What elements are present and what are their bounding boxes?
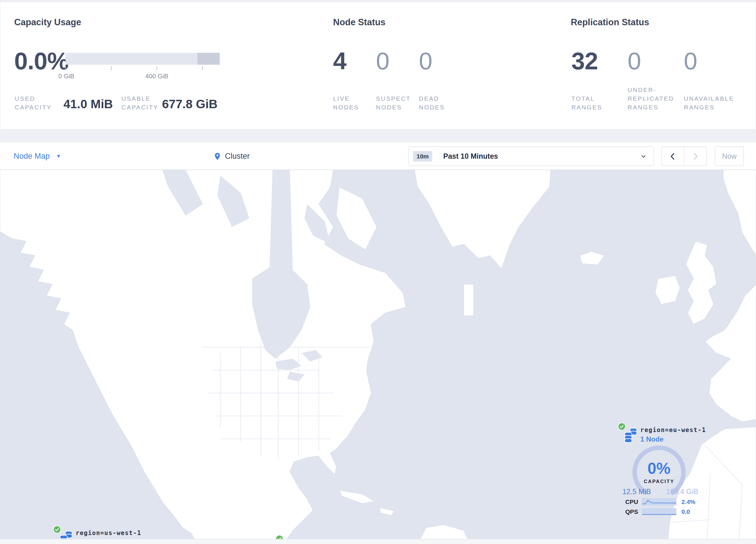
node-card-us-east-1[interactable]: region=us-east-1 2 Nodes 0% CAPACITY 16.… bbox=[275, 535, 359, 539]
live-nodes-count: 4 bbox=[333, 48, 346, 74]
qps-label: QPS bbox=[625, 508, 642, 515]
map-pin-icon bbox=[213, 151, 221, 162]
node-map[interactable]: region=us-west-1 1 Node 0% CAPACITY 12.2… bbox=[0, 170, 756, 539]
capacity-percent: 0% bbox=[631, 459, 687, 478]
capacity-usage-title: Capacity Usage bbox=[14, 17, 81, 28]
hudson-channel bbox=[270, 170, 293, 270]
under-replicated-count: 0 bbox=[628, 48, 641, 74]
capacity-total: 169.4 GiB bbox=[666, 487, 698, 496]
node-card-eu-west-1[interactable]: region=eu-west-1 1 Node 0% CAPACITY 12.5… bbox=[618, 423, 702, 519]
suspect-nodes-label: SUSPECT NODES bbox=[376, 94, 411, 112]
time-step-back-button[interactable] bbox=[662, 147, 684, 166]
capacity-used: 12.5 MiB bbox=[622, 487, 651, 496]
capacity-axis-label-0: 0 GiB bbox=[58, 72, 74, 80]
healthy-check-icon bbox=[275, 535, 283, 539]
node-card-us-west-1[interactable]: region=us-west-1 1 Node 0% CAPACITY 12.2… bbox=[53, 525, 137, 539]
cpu-sparkline bbox=[642, 498, 676, 505]
capacity-axis-tick bbox=[157, 66, 157, 70]
database-icon bbox=[624, 428, 637, 443]
capacity-label: CAPACITY bbox=[631, 479, 687, 485]
chevron-right-icon bbox=[691, 152, 699, 161]
unavailable-count: 0 bbox=[684, 48, 697, 74]
view-selector-dropdown[interactable]: Node Map ▼ bbox=[14, 142, 61, 170]
land-islet bbox=[464, 284, 474, 316]
time-step-forward-button[interactable] bbox=[684, 147, 706, 166]
chevron-left-icon bbox=[669, 152, 677, 161]
time-window-label: Past 10 Minutes bbox=[443, 152, 498, 160]
capacity-used-percent: 0.0% bbox=[14, 48, 68, 74]
total-ranges-count: 32 bbox=[571, 48, 598, 74]
suspect-nodes-count: 0 bbox=[376, 48, 389, 74]
breadcrumb[interactable]: Cluster bbox=[213, 142, 250, 170]
cluster-summary-panel: Capacity Usage 0.0% 0 GiB 400 GiB USED C… bbox=[0, 2, 756, 129]
dead-nodes-label: DEAD NODES bbox=[419, 94, 454, 112]
footer-strip bbox=[0, 539, 756, 544]
map-toolbar: Node Map ▼ Cluster 10m Past 10 Minutes N… bbox=[0, 142, 756, 170]
region-label: region=eu-west-1 bbox=[640, 427, 706, 434]
view-selector-label: Node Map bbox=[14, 152, 50, 161]
used-capacity-value: 41.0 MiB bbox=[63, 97, 113, 111]
capacity-axis-tick bbox=[202, 66, 203, 70]
qps-value: 0.0 bbox=[682, 508, 690, 515]
unavailable-label: UNAVAILABLE RANGES bbox=[684, 94, 736, 112]
replication-status-title: Replication Status bbox=[571, 17, 649, 28]
capacity-axis-label-400: 400 GiB bbox=[145, 72, 168, 80]
now-button[interactable]: Now bbox=[715, 146, 744, 166]
node-count-link[interactable]: 1 Node bbox=[640, 435, 664, 443]
usable-capacity-label: USABLE CAPACITY bbox=[121, 94, 165, 112]
time-window-badge: 10m bbox=[413, 151, 432, 162]
capacity-bar bbox=[66, 53, 220, 65]
total-ranges-label: TOTAL RANGES bbox=[571, 94, 609, 112]
used-capacity-label: USED CAPACITY bbox=[15, 94, 58, 112]
node-status-title: Node Status bbox=[333, 17, 386, 28]
chevron-down-icon bbox=[640, 153, 647, 160]
cpu-label: CPU bbox=[625, 498, 642, 505]
time-window-dropdown[interactable]: 10m Past 10 Minutes bbox=[408, 146, 654, 166]
capacity-axis-tick bbox=[65, 66, 66, 70]
usable-capacity-value: 677.8 GiB bbox=[162, 97, 217, 111]
capacity-axis-tick bbox=[111, 66, 112, 70]
breadcrumb-label: Cluster bbox=[225, 152, 250, 161]
under-replicated-label: UNDER-REPLICATED RANGES bbox=[628, 86, 679, 112]
database-icon bbox=[59, 531, 73, 539]
time-step-controls bbox=[661, 146, 707, 166]
live-nodes-label: LIVE NODES bbox=[333, 94, 368, 112]
region-label: region=us-west-1 bbox=[76, 530, 141, 536]
dead-nodes-count: 0 bbox=[419, 48, 432, 74]
qps-sparkline bbox=[642, 508, 676, 515]
cpu-value: 2.4% bbox=[682, 498, 695, 505]
capacity-bar-tail bbox=[197, 53, 220, 65]
caret-down-icon: ▼ bbox=[56, 153, 61, 159]
